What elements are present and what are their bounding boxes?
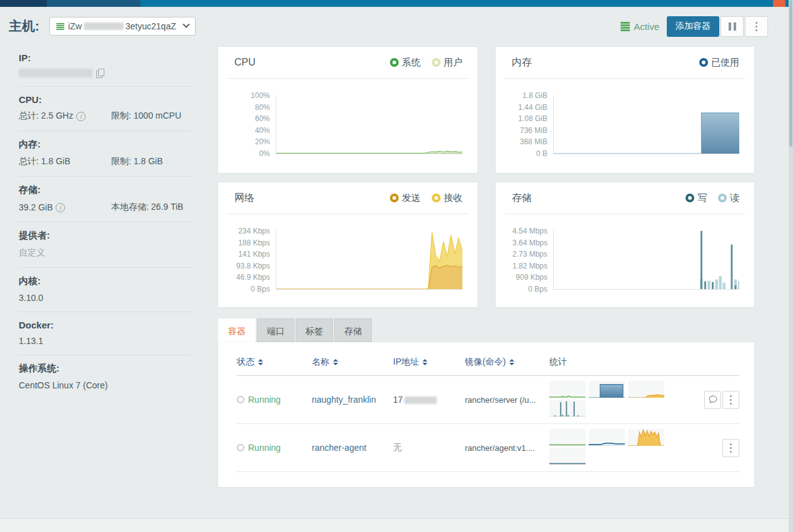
y-axis-labels: 100%80%60%40%20%0%: [227, 91, 276, 158]
column-header-stats: 统计: [549, 357, 682, 368]
legend-item-write: 写: [686, 192, 707, 204]
info-label: IP:: [19, 52, 191, 63]
column-header-image[interactable]: 镜像(命令): [465, 357, 549, 368]
container-name-link[interactable]: naughty_franklin: [312, 395, 376, 405]
memory-total: 总计: 1.8 GiB: [19, 156, 70, 167]
sort-icon: [333, 359, 338, 365]
y-axis-labels: 234 Kbps188 Kbps141 Kbps93.8 Kbps46.9 Kb…: [227, 227, 276, 293]
container-ip: 无: [393, 442, 465, 453]
top-nav-segment-menu: [47, 0, 141, 7]
column-header-name[interactable]: 名称: [312, 357, 393, 368]
kebab-menu-icon: [730, 443, 732, 453]
info-label: 内核:: [19, 275, 191, 287]
network-chart-plot: [276, 230, 462, 290]
info-section-memory: 内存: 总计: 1.8 GiB 限制: 1.8 GiB: [19, 131, 191, 177]
chart-title: 内存: [512, 56, 532, 69]
info-label: CPU:: [19, 94, 191, 105]
storage-total: 39.2 GiB: [19, 202, 52, 212]
memory-chart-card: 内存 已使用 1.8 GiB1.44 GiB1.08 GiB736 MiB368…: [496, 47, 754, 173]
row-menu-button[interactable]: [722, 439, 739, 457]
host-stack-icon: [56, 23, 64, 30]
sort-icon: [422, 359, 427, 365]
container-status: Running: [237, 443, 312, 453]
scrollbar-thumb[interactable]: [789, 0, 792, 147]
status-circle-icon: [237, 444, 244, 451]
storage-sparkline: [549, 400, 586, 416]
memory-sparkline: [589, 429, 625, 446]
storage-chart-card: 存储 写 读 4.54 Mbps3.64 Mbps2.73 Mbps1.82 M…: [496, 182, 754, 307]
info-label: Docker:: [19, 320, 191, 330]
pause-host-button[interactable]: [721, 16, 744, 37]
container-row: Running rancher-agent 无 rancher/agent:v1…: [237, 424, 739, 472]
provider-value: 自定义: [19, 247, 45, 259]
network-chart-card: 网络 发送 接收 234 Kbps188 Kbps141 Kbps93.8 Kb…: [218, 182, 477, 307]
column-header-status[interactable]: 状态: [237, 357, 312, 368]
sort-icon: [509, 359, 514, 365]
kebab-menu-icon: [730, 395, 732, 405]
user-avatar[interactable]: [773, 0, 786, 7]
add-container-button[interactable]: 添加容器: [667, 16, 719, 37]
info-section-provider: 提供者: 自定义: [19, 222, 191, 268]
ip-redacted-value: [19, 69, 92, 77]
host-selector-dropdown[interactable]: iZw 3etyuc21qaZ: [49, 17, 196, 36]
memory-chart-plot: [553, 95, 739, 154]
host-menu-button[interactable]: [745, 16, 768, 37]
chart-legend: 发送 接收: [390, 192, 462, 204]
legend-item-user: 用户: [432, 57, 462, 69]
y-axis-labels: 1.8 GiB1.44 GiB1.08 GiB736 MiB368 MiB0 B: [504, 91, 553, 158]
column-header-ip[interactable]: IP地址: [393, 357, 465, 368]
page-title: 主机:: [9, 17, 39, 35]
ip-redacted-value: [404, 397, 437, 404]
tab-labels[interactable]: 标签: [296, 318, 333, 342]
memory-sparkline: [589, 381, 625, 398]
memory-limit: 限制: 1.8 GiB: [111, 156, 162, 167]
speech-bubble-icon: [708, 395, 718, 405]
host-name-redacted: [84, 22, 124, 30]
container-stats-sparklines: [549, 381, 672, 418]
os-value: CentOS Linux 7 (Core): [19, 380, 107, 390]
chart-title: 网络: [234, 192, 254, 205]
tab-containers[interactable]: 容器: [218, 318, 256, 342]
legend-ring-icon: [432, 58, 441, 67]
status-badge: Active: [621, 21, 659, 32]
chart-title: 存储: [512, 192, 532, 205]
chart-legend: 写 读: [686, 192, 739, 204]
active-stack-icon: [621, 22, 630, 31]
row-menu-button[interactable]: [722, 391, 739, 409]
info-icon[interactable]: [76, 112, 86, 121]
container-stats-sparklines: [549, 429, 672, 466]
console-button[interactable]: [704, 391, 721, 409]
container-row: Running naughty_franklin 17 rancher/serv…: [237, 376, 739, 424]
info-label: 存储:: [19, 184, 191, 196]
legend-ring-icon: [432, 194, 441, 202]
legend-ring-icon: [699, 58, 708, 67]
copy-icon[interactable]: [96, 69, 104, 77]
legend-item-system: 系统: [390, 57, 421, 69]
top-nav-segment: [141, 0, 793, 7]
docker-value: 1.13.1: [19, 336, 43, 346]
host-name-suffix: 3etyuc21qaZ: [126, 21, 176, 31]
tab-ports[interactable]: 端口: [257, 318, 294, 342]
vertical-scrollbar[interactable]: [789, 0, 793, 532]
pause-icon: [729, 22, 736, 31]
info-label: 操作系统:: [19, 363, 191, 375]
legend-ring-icon: [718, 194, 727, 202]
network-sparkline: [628, 429, 664, 446]
sort-icon: [258, 359, 263, 365]
info-section-storage: 存储: 39.2 GiB 本地存储: 26.9 TiB: [19, 177, 191, 222]
info-section-docker: Docker: 1.13.1: [19, 312, 191, 355]
page-header: 主机: iZw 3etyuc21qaZ Active 添加容器: [9, 15, 768, 37]
info-icon[interactable]: [56, 203, 65, 212]
tab-storage[interactable]: 存储: [334, 318, 372, 342]
info-label: 提供者:: [19, 230, 191, 242]
info-label: 内存:: [19, 139, 191, 150]
kebab-menu-icon: [756, 22, 757, 31]
legend-ring-icon: [390, 194, 399, 202]
container-name-link[interactable]: rancher-agent: [312, 443, 366, 453]
table-header-row: 状态 名称 IP地址 镜像(命令) 统计: [237, 348, 739, 376]
network-sparkline: [628, 381, 664, 398]
info-section-cpu: CPU: 总计: 2.5 GHz 限制: 1000 mCPU: [19, 87, 191, 131]
container-ip: 17: [393, 395, 465, 405]
info-section-kernel: 内核: 3.10.0: [19, 268, 191, 312]
storage-sparkline: [549, 448, 586, 465]
